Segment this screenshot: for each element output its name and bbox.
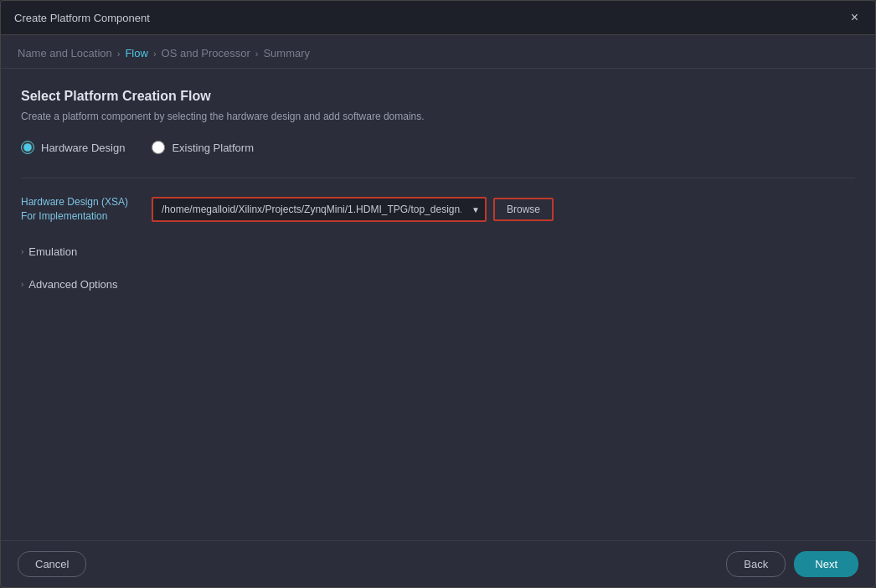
radio-hardware-design-input[interactable]	[21, 141, 34, 154]
breadcrumb-name-location[interactable]: Name and Location	[18, 47, 112, 59]
advanced-options-expandable: › Advanced Options	[21, 273, 855, 296]
breadcrumb-sep-3: ›	[255, 49, 259, 59]
radio-existing-platform-label: Existing Platform	[172, 142, 254, 154]
hw-design-label: Hardware Design (XSA)For Implementation	[21, 195, 138, 224]
browse-button[interactable]: Browse	[493, 198, 554, 221]
emulation-label: Emulation	[28, 245, 77, 258]
hw-design-field-row: Hardware Design (XSA)For Implementation …	[21, 195, 855, 224]
chevron-right-icon-2: ›	[21, 280, 23, 289]
breadcrumb-os-processor[interactable]: OS and Processor	[162, 47, 250, 59]
hw-design-dropdown[interactable]: /home/megalloid/Xilinx/Projects/ZynqMini…	[152, 197, 487, 222]
breadcrumb-flow[interactable]: Flow	[125, 47, 147, 59]
radio-group: Hardware Design Existing Platform	[21, 141, 855, 154]
hw-design-dropdown-wrapper: /home/megalloid/Xilinx/Projects/ZynqMini…	[152, 197, 487, 222]
breadcrumb: Name and Location › Flow › OS and Proces…	[1, 35, 875, 69]
advanced-options-label: Advanced Options	[28, 278, 117, 291]
emulation-expandable: › Emulation	[21, 240, 855, 263]
footer-right: Back Next	[726, 551, 858, 577]
next-button[interactable]: Next	[794, 551, 858, 577]
section-desc: Create a platform component by selecting…	[21, 111, 855, 122]
radio-existing-platform[interactable]: Existing Platform	[152, 141, 254, 154]
hw-design-input-group: /home/megalloid/Xilinx/Projects/ZynqMini…	[152, 197, 855, 222]
dialog-title: Create Platform Component	[14, 12, 150, 24]
chevron-right-icon: ›	[21, 247, 23, 256]
radio-hardware-design-label: Hardware Design	[41, 142, 125, 154]
back-button[interactable]: Back	[726, 551, 786, 577]
create-platform-dialog: Create Platform Component × Name and Loc…	[0, 0, 876, 588]
footer: Cancel Back Next	[1, 540, 875, 587]
divider	[21, 178, 855, 178]
section-title: Select Platform Creation Flow	[21, 89, 855, 104]
radio-existing-platform-input[interactable]	[152, 141, 165, 154]
breadcrumb-sep-1: ›	[117, 49, 121, 59]
radio-hardware-design[interactable]: Hardware Design	[21, 141, 125, 154]
close-button[interactable]: ×	[848, 9, 862, 26]
breadcrumb-summary[interactable]: Summary	[263, 47, 310, 59]
title-bar: Create Platform Component ×	[1, 1, 875, 35]
emulation-header[interactable]: › Emulation	[21, 240, 855, 263]
advanced-options-header[interactable]: › Advanced Options	[21, 273, 855, 296]
breadcrumb-sep-2: ›	[153, 49, 157, 59]
main-content: Select Platform Creation Flow Create a p…	[1, 69, 875, 540]
cancel-button[interactable]: Cancel	[18, 551, 86, 577]
